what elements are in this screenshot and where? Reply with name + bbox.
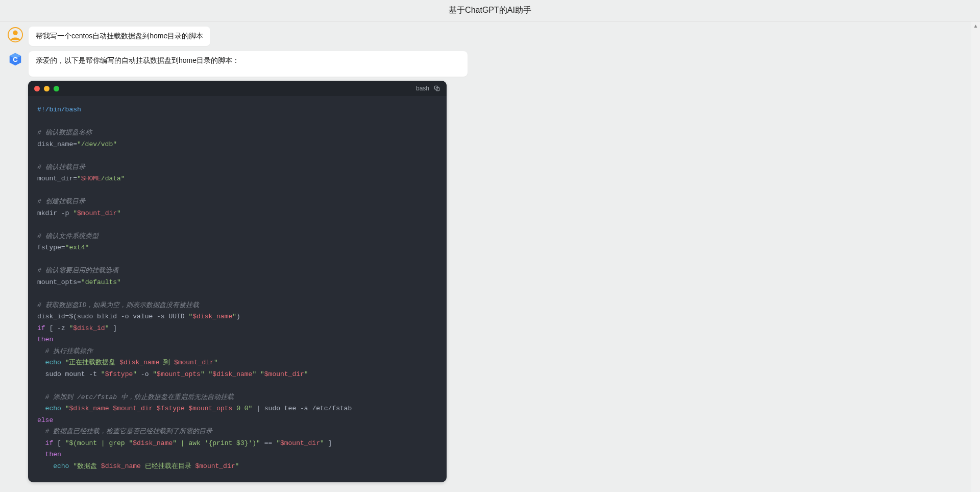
copy-icon[interactable]: [433, 85, 440, 92]
code-language-label: bash: [416, 85, 429, 92]
user-avatar-icon: [7, 27, 23, 43]
traffic-dot-green: [54, 86, 59, 91]
chat-content[interactable]: 帮我写一个centos自动挂载数据盘到home目录的脚本 C 亲爱的，以下是帮你…: [0, 21, 980, 492]
page-header: 基于ChatGPT的AI助手: [0, 0, 980, 21]
code-content[interactable]: #!/bin/bash # 确认数据盘名称 disk_name="/dev/vd…: [28, 96, 447, 482]
user-message-row: 帮我写一个centos自动挂载数据盘到home目录的脚本: [0, 21, 980, 46]
traffic-dot-red: [34, 86, 40, 91]
bot-message-row: C 亲爱的，以下是帮你编写的自动挂载数据盘到home目录的脚本：: [0, 46, 980, 77]
window-traffic-lights: [34, 86, 59, 91]
code-block-header: bash: [28, 81, 447, 96]
user-message-text: 帮我写一个centos自动挂载数据盘到home目录的脚本: [36, 32, 203, 40]
svg-point-1: [13, 31, 17, 35]
vertical-scrollbar[interactable]: ▲: [971, 21, 980, 492]
code-block: bash #!/bin/bash # 确认数据盘名称 disk_name="/d…: [28, 81, 447, 482]
user-message-bubble: 帮我写一个centos自动挂载数据盘到home目录的脚本: [29, 27, 210, 46]
svg-text:C: C: [13, 56, 18, 63]
page-title: 基于ChatGPT的AI助手: [449, 5, 531, 16]
scroll-up-arrow-icon[interactable]: ▲: [971, 21, 980, 30]
app-root: 基于ChatGPT的AI助手 帮我写一个centos自动挂载数据盘到home目录…: [0, 0, 980, 492]
bot-avatar-icon: C: [7, 51, 23, 67]
bot-intro-text: 亲爱的，以下是帮你编写的自动挂载数据盘到home目录的脚本：: [36, 56, 460, 65]
bot-message-bubble: 亲爱的，以下是帮你编写的自动挂载数据盘到home目录的脚本：: [29, 51, 468, 77]
traffic-dot-yellow: [44, 86, 50, 91]
